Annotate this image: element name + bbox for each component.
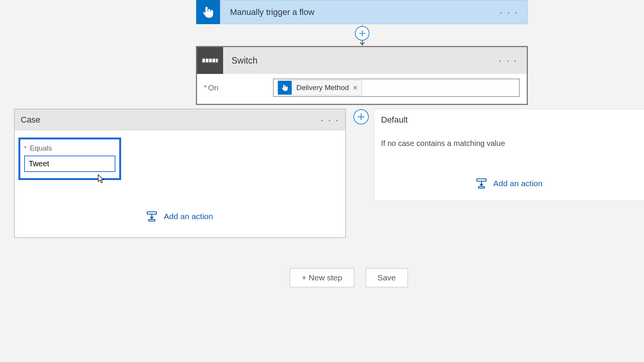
token-label: Delivery Method xyxy=(296,84,349,92)
add-case-button[interactable] xyxy=(353,109,369,124)
switch-title: Switch xyxy=(232,56,499,66)
touch-icon xyxy=(278,81,292,95)
switch-body: * On Delivery Method ✕ xyxy=(197,74,527,104)
add-action-label: Add an action xyxy=(493,179,542,188)
insert-step-button[interactable] xyxy=(355,26,370,41)
switch-icon xyxy=(197,47,223,74)
add-action-button[interactable]: Add an action xyxy=(18,211,341,222)
touch-icon xyxy=(196,0,220,24)
add-action-button[interactable]: Add an action xyxy=(381,178,637,189)
on-label-wrap: * On xyxy=(204,84,273,92)
mouse-cursor-icon xyxy=(98,174,105,183)
svg-rect-5 xyxy=(216,59,217,62)
case-body: * Equals Add an action xyxy=(15,131,345,238)
case-card: Case · · · * Equals Add an action xyxy=(14,109,346,238)
add-action-icon xyxy=(476,178,487,189)
svg-rect-10 xyxy=(477,179,486,181)
equals-label: Equals xyxy=(30,144,52,152)
trigger-card[interactable]: Manually trigger a flow · · · xyxy=(196,0,528,24)
more-icon[interactable]: · · · xyxy=(320,114,339,126)
svg-rect-1 xyxy=(202,59,205,62)
svg-rect-13 xyxy=(478,187,485,188)
svg-rect-9 xyxy=(149,219,155,221)
case-title: Case xyxy=(21,115,320,125)
svg-rect-6 xyxy=(147,212,156,214)
required-asterisk: * xyxy=(204,84,207,92)
switch-header[interactable]: Switch · · · xyxy=(197,47,527,74)
on-label: On xyxy=(208,84,219,92)
new-step-button[interactable]: + New step xyxy=(290,268,354,287)
trigger-title: Manually trigger a flow xyxy=(230,7,499,17)
equals-block: * Equals xyxy=(18,138,121,180)
more-icon[interactable]: · · · xyxy=(499,6,518,18)
token-chip[interactable]: Delivery Method ✕ xyxy=(277,80,362,95)
default-card: Default If no case contains a matching v… xyxy=(374,109,644,201)
svg-rect-4 xyxy=(213,59,215,62)
equals-input[interactable] xyxy=(24,156,115,172)
svg-marker-12 xyxy=(480,184,483,187)
case-header[interactable]: Case · · · xyxy=(15,109,345,131)
equals-label-row: * Equals xyxy=(24,144,115,152)
default-header[interactable]: Default xyxy=(374,109,644,131)
default-description: If no case contains a matching value xyxy=(381,139,637,148)
svg-rect-2 xyxy=(206,59,209,62)
default-title: Default xyxy=(381,115,408,125)
switch-on-input[interactable]: Delivery Method ✕ xyxy=(273,79,520,97)
remove-token-icon[interactable]: ✕ xyxy=(353,84,358,92)
default-body: If no case contains a matching value Add… xyxy=(374,131,644,201)
save-button[interactable]: Save xyxy=(366,268,408,287)
svg-rect-3 xyxy=(209,59,212,62)
more-icon[interactable]: · · · xyxy=(499,54,518,67)
add-action-icon xyxy=(146,211,158,222)
svg-marker-8 xyxy=(150,217,154,219)
add-action-label: Add an action xyxy=(164,212,213,221)
bottom-bar: + New step Save xyxy=(290,268,408,287)
required-asterisk: * xyxy=(24,145,26,152)
switch-card: Switch · · · * On Delivery Method ✕ xyxy=(196,46,528,105)
